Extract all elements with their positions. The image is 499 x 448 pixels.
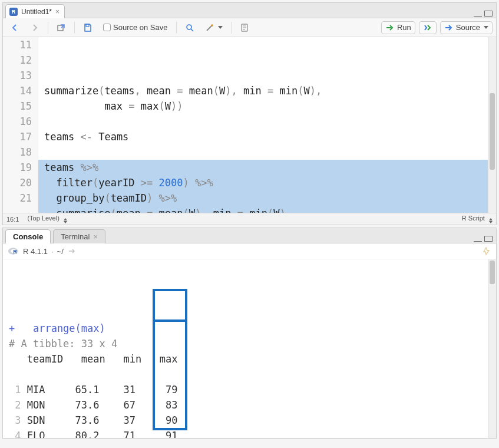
svg-rect-1 <box>86 24 89 27</box>
clear-console-icon[interactable] <box>482 246 491 256</box>
r-logo-icon: R <box>8 245 19 257</box>
goto-dir-icon[interactable] <box>67 246 77 256</box>
source-toolbar: Source on Save Run <box>3 18 496 37</box>
rerun-icon <box>423 23 432 32</box>
tab-terminal[interactable]: Terminal × <box>53 229 105 243</box>
maximize-icon[interactable] <box>484 236 493 242</box>
checkbox-icon <box>103 24 111 31</box>
console-info-bar: R R 4.1.1 · ~/ <box>3 243 496 259</box>
r-version-label: R 4.1.1 <box>23 247 48 256</box>
minimize-icon[interactable] <box>474 236 482 242</box>
find-button[interactable] <box>181 22 198 34</box>
scrollbar-thumb[interactable] <box>490 261 495 284</box>
code-line[interactable]: summarise(mean = mean(W), min = min(W), <box>44 206 488 213</box>
pane-window-controls <box>474 236 496 243</box>
file-type-selector[interactable]: R Script <box>462 215 493 223</box>
arrow-left-icon <box>10 23 19 32</box>
search-icon <box>185 23 194 32</box>
forward-nav-button[interactable] <box>27 22 43 34</box>
rerun-button[interactable] <box>419 21 437 34</box>
svg-point-2 <box>187 25 191 29</box>
run-arrow-icon <box>385 23 395 32</box>
source-status-bar: 16:1 (Top Level) R Script <box>3 213 496 225</box>
chevron-down-icon <box>218 26 223 29</box>
minimize-icon[interactable] <box>474 11 482 17</box>
source-on-save-label: Source on Save <box>113 23 168 32</box>
source-label: Source <box>456 23 480 32</box>
cursor-position: 16:1 <box>6 216 19 223</box>
save-icon <box>83 23 92 32</box>
source-tabstrip: R Untitled1* × <box>3 3 496 18</box>
code-line[interactable]: filter(yearID >= 2000) %>% <box>44 175 488 190</box>
working-dir-label: ~/ <box>57 247 64 256</box>
source-arrow-icon <box>444 23 454 32</box>
back-nav-button[interactable] <box>6 22 23 34</box>
show-in-new-window-button[interactable] <box>53 22 70 34</box>
notebook-icon <box>240 23 249 32</box>
source-pane: R Untitled1* × <box>2 2 497 225</box>
run-button[interactable]: Run <box>381 21 415 34</box>
run-label: Run <box>397 23 411 32</box>
code-line[interactable]: max = max(W)) <box>44 98 488 114</box>
close-icon[interactable]: × <box>55 8 60 16</box>
editor-body: 1112131415161718192021 summarize(teams, … <box>3 37 496 213</box>
save-button[interactable] <box>80 22 96 34</box>
line-gutter: 1112131415161718192021 <box>3 37 38 213</box>
code-area[interactable]: summarize(teams, mean = mean(W), min = m… <box>38 37 488 213</box>
r-file-icon: R <box>9 8 18 16</box>
wand-icon <box>205 23 214 32</box>
code-line[interactable] <box>44 114 488 129</box>
scope-selector[interactable]: (Top Level) <box>27 215 67 223</box>
scrollbar-thumb[interactable] <box>490 93 495 170</box>
console-output[interactable]: + arrange(max)# A tibble: 33 x 4 teamID … <box>3 259 488 438</box>
close-icon[interactable]: × <box>93 232 98 241</box>
console-pane: Console Terminal × R R 4.1.1 · ~/ + arra… <box>2 228 497 439</box>
arrow-right-icon <box>30 23 39 32</box>
vertical-scrollbar[interactable] <box>488 259 496 438</box>
popout-icon <box>57 23 66 32</box>
file-tab[interactable]: R Untitled1* × <box>5 4 65 18</box>
console-tabstrip: Console Terminal × <box>3 228 496 243</box>
code-line[interactable] <box>44 144 488 160</box>
code-line[interactable]: group_by(teamID) %>% <box>44 190 488 206</box>
maximize-icon[interactable] <box>484 11 493 17</box>
code-tools-button[interactable] <box>201 22 226 34</box>
compile-report-button[interactable] <box>236 22 253 34</box>
vertical-scrollbar[interactable] <box>488 37 496 213</box>
code-line[interactable]: teams %>% <box>44 160 488 175</box>
source-button[interactable]: Source <box>440 21 493 34</box>
code-line[interactable]: summarize(teams, mean = mean(W), min = m… <box>44 83 488 98</box>
chevron-down-icon <box>484 26 488 29</box>
source-on-save-toggle[interactable]: Source on Save <box>100 22 171 33</box>
tab-console[interactable]: Console <box>5 229 51 243</box>
code-line[interactable]: teams <- Teams <box>44 129 488 144</box>
pane-window-controls <box>474 11 496 18</box>
svg-text:R: R <box>13 249 17 255</box>
file-tab-label: Untitled1* <box>21 8 52 16</box>
